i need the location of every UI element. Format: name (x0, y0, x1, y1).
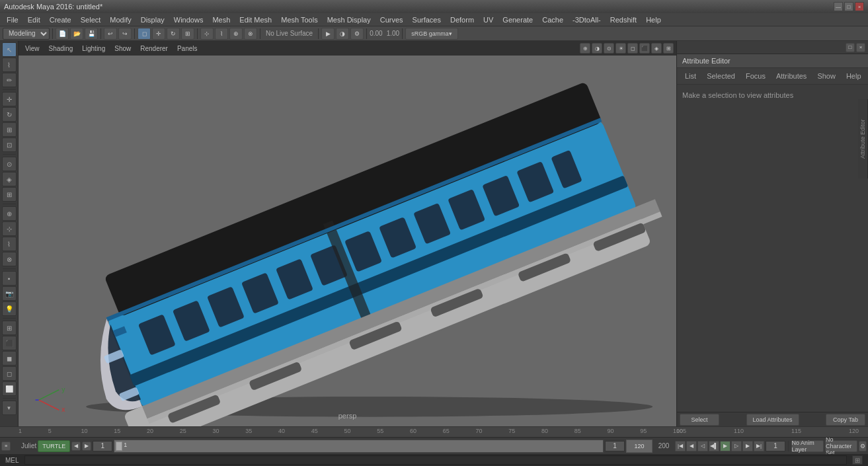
attr-tab-focus[interactable]: Focus (743, 71, 768, 81)
custom-btn2[interactable]: ◼ (2, 351, 17, 366)
vp-icon6[interactable]: ⬛ (639, 43, 650, 54)
current-frame-input[interactable] (766, 441, 785, 451)
vp-tab-lighting[interactable]: Lighting (78, 44, 109, 53)
custom-btn3[interactable]: ◻ (2, 366, 17, 381)
save-file-button[interactable]: 💾 (85, 28, 98, 40)
vp-tab-renderer[interactable]: Renderer (136, 44, 172, 53)
prev-frame-btn[interactable]: ◀ (686, 441, 697, 451)
vp-icon7[interactable]: ◈ (651, 43, 662, 54)
anim-layer-select[interactable]: No Anim Layer (791, 440, 824, 452)
menu-create[interactable]: Create (46, 15, 75, 24)
menu-3dtooall[interactable]: -3DtoAll- (569, 15, 605, 24)
scale-btn[interactable]: ⊞ (2, 122, 17, 137)
go-start-btn[interactable]: |◀ (675, 441, 686, 451)
light-btn[interactable]: 💡 (2, 301, 17, 316)
move-btn[interactable]: ✛ (2, 92, 17, 106)
menu-redshift[interactable]: Redshift (606, 15, 641, 24)
layer-options-btn[interactable]: ≡ (1, 442, 11, 451)
lasso-tool-btn[interactable]: ⌇ (2, 58, 17, 72)
next-frame-btn[interactable]: ▶ (742, 441, 753, 451)
snap-grid-btn[interactable]: ⊹ (2, 221, 17, 236)
command-input[interactable] (24, 455, 847, 465)
snap-curve-btn[interactable]: ⌇ (2, 237, 17, 251)
layer-next[interactable]: ▶ (82, 442, 91, 451)
frame-input-2[interactable] (605, 441, 625, 451)
snap-grid[interactable]: ⊹ (200, 28, 214, 40)
vp-icon2[interactable]: ◑ (592, 43, 602, 54)
attr-tab-selected[interactable]: Selected (704, 71, 738, 81)
snap-point-btn[interactable]: ⊕ (2, 206, 17, 221)
attr-tab-list[interactable]: List (682, 71, 699, 81)
render-button[interactable]: ▶ (321, 28, 335, 40)
attr-copy-tab-btn[interactable]: Copy Tab (826, 414, 865, 426)
attr-tab-show[interactable]: Show (814, 71, 838, 81)
layer-prev[interactable]: ◀ (71, 442, 81, 451)
maximize-button[interactable]: □ (844, 2, 853, 11)
menu-edit-mesh[interactable]: Edit Mesh (235, 15, 276, 24)
vp-icon1[interactable]: ⊕ (580, 43, 590, 54)
select-tool[interactable]: ◻ (138, 28, 151, 40)
close-button[interactable]: × (855, 2, 864, 11)
menu-cache[interactable]: Cache (538, 15, 567, 24)
select-tool-btn[interactable]: ↖ (2, 42, 17, 57)
menu-surfaces[interactable]: Surfaces (409, 15, 445, 24)
menu-mesh[interactable]: Mesh (208, 15, 234, 24)
play-back-btn[interactable]: ◀▌ (709, 441, 719, 451)
rotate-btn[interactable]: ↻ (2, 107, 17, 122)
char-set-select[interactable]: No Character Set (825, 440, 857, 452)
vp-tab-view[interactable]: View (21, 44, 44, 53)
vp-icon5[interactable]: ◻ (627, 43, 638, 54)
timeline-scrub[interactable]: 1 (114, 440, 604, 453)
undo-button[interactable]: ↩ (104, 28, 117, 40)
snap-surface-btn[interactable]: ⊗ (2, 252, 17, 266)
render-settings[interactable]: ⚙ (350, 28, 364, 40)
soft-mod[interactable]: ⊙ (2, 157, 17, 171)
color-space-select[interactable]: sRGB gamma▾ (405, 28, 458, 40)
sculpt-btn[interactable]: ◈ (2, 172, 17, 186)
vp-icon4[interactable]: ☀ (615, 43, 626, 54)
camera-btn[interactable]: 📷 (2, 286, 17, 301)
paint-select-btn[interactable]: ✏ (2, 73, 17, 87)
grid-btn[interactable]: ⊞ (2, 321, 17, 335)
vp-icon8[interactable]: ⊞ (663, 43, 674, 54)
attr-tab-attributes[interactable]: Attributes (773, 71, 809, 81)
redo-button[interactable]: ↪ (118, 28, 132, 40)
new-file-button[interactable]: 📄 (56, 28, 69, 40)
prev-key-btn[interactable]: ◁ (697, 441, 708, 451)
menu-mesh-tools[interactable]: Mesh Tools (277, 15, 321, 24)
frame-input-1[interactable] (93, 441, 112, 451)
snap-curve[interactable]: ⌇ (215, 28, 228, 40)
menu-help[interactable]: Help (642, 15, 665, 24)
menu-windows[interactable]: Windows (170, 15, 208, 24)
snap-point[interactable]: ⊕ (229, 28, 243, 40)
render-region[interactable]: ▪ (2, 271, 17, 286)
custom-btn1[interactable]: ⬛ (2, 336, 17, 350)
attr-editor-close[interactable]: × (856, 43, 865, 52)
custom-btn4[interactable]: ⬜ (2, 381, 17, 396)
vp-tab-panels[interactable]: Panels (173, 44, 202, 53)
vp-tab-shading[interactable]: Shading (45, 44, 77, 53)
rotate-tool[interactable]: ↻ (167, 28, 180, 40)
ipr-button[interactable]: ◑ (336, 28, 349, 40)
menu-uv[interactable]: UV (479, 15, 497, 24)
scale-tool[interactable]: ⊞ (181, 28, 194, 40)
menu-mesh-display[interactable]: Mesh Display (323, 15, 375, 24)
more-tools[interactable]: ▼ (2, 401, 17, 415)
menu-display[interactable]: Display (137, 15, 169, 24)
menu-file[interactable]: File (3, 15, 22, 24)
next-key-btn[interactable]: ▷ (731, 441, 742, 451)
vp-icon3[interactable]: ⊙ (604, 43, 614, 54)
menu-select[interactable]: Select (77, 15, 105, 24)
show-manips[interactable]: ⊞ (2, 187, 17, 202)
attr-tab-help[interactable]: Help (844, 71, 864, 81)
attr-load-btn[interactable]: Load Attributes (746, 414, 799, 426)
move-tool[interactable]: ✛ (152, 28, 165, 40)
attr-select-btn[interactable]: Select (680, 414, 719, 426)
menu-generate[interactable]: Generate (498, 15, 537, 24)
anim-options-btn[interactable]: ⚙ (859, 441, 867, 451)
universal-manip[interactable]: ⊡ (2, 137, 17, 152)
go-end-btn[interactable]: ▶| (754, 441, 764, 451)
menu-deform[interactable]: Deform (446, 15, 478, 24)
vp-tab-show[interactable]: Show (110, 44, 135, 53)
minimize-button[interactable]: — (834, 2, 843, 11)
